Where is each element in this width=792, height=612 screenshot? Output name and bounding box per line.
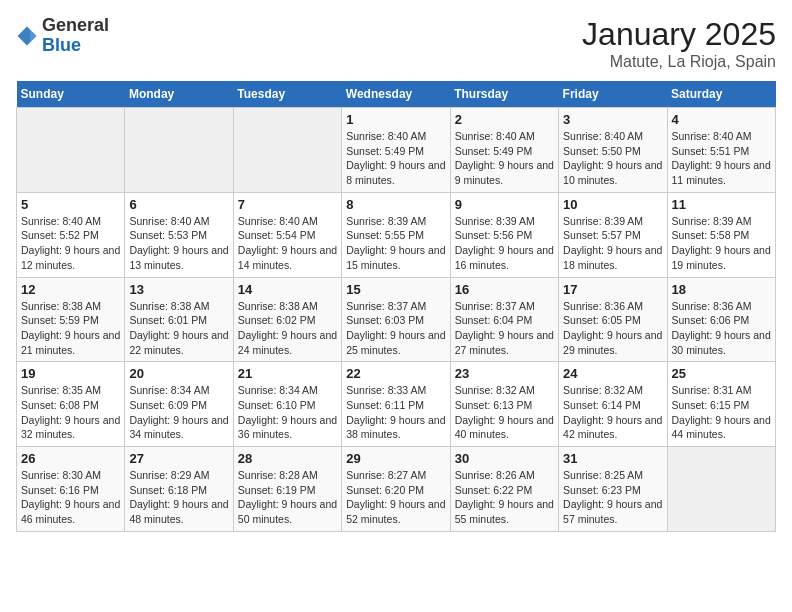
day-info: Sunrise: 8:25 AM Sunset: 6:23 PM Dayligh… xyxy=(563,468,662,527)
calendar-cell: 25Sunrise: 8:31 AM Sunset: 6:15 PM Dayli… xyxy=(667,362,775,447)
day-number: 29 xyxy=(346,451,445,466)
day-number: 28 xyxy=(238,451,337,466)
day-number: 6 xyxy=(129,197,228,212)
day-number: 26 xyxy=(21,451,120,466)
day-info: Sunrise: 8:28 AM Sunset: 6:19 PM Dayligh… xyxy=(238,468,337,527)
day-info: Sunrise: 8:40 AM Sunset: 5:51 PM Dayligh… xyxy=(672,129,771,188)
day-info: Sunrise: 8:35 AM Sunset: 6:08 PM Dayligh… xyxy=(21,383,120,442)
day-number: 31 xyxy=(563,451,662,466)
calendar-cell: 12Sunrise: 8:38 AM Sunset: 5:59 PM Dayli… xyxy=(17,277,125,362)
day-info: Sunrise: 8:26 AM Sunset: 6:22 PM Dayligh… xyxy=(455,468,554,527)
day-info: Sunrise: 8:39 AM Sunset: 5:57 PM Dayligh… xyxy=(563,214,662,273)
calendar-week-1: 1Sunrise: 8:40 AM Sunset: 5:49 PM Daylig… xyxy=(17,108,776,193)
calendar-cell: 9Sunrise: 8:39 AM Sunset: 5:56 PM Daylig… xyxy=(450,192,558,277)
weekday-header-friday: Friday xyxy=(559,81,667,108)
calendar-cell: 27Sunrise: 8:29 AM Sunset: 6:18 PM Dayli… xyxy=(125,447,233,532)
weekday-header-thursday: Thursday xyxy=(450,81,558,108)
day-info: Sunrise: 8:38 AM Sunset: 6:01 PM Dayligh… xyxy=(129,299,228,358)
day-info: Sunrise: 8:40 AM Sunset: 5:49 PM Dayligh… xyxy=(346,129,445,188)
day-number: 8 xyxy=(346,197,445,212)
day-info: Sunrise: 8:29 AM Sunset: 6:18 PM Dayligh… xyxy=(129,468,228,527)
logo: General Blue xyxy=(16,16,109,56)
day-number: 25 xyxy=(672,366,771,381)
day-number: 2 xyxy=(455,112,554,127)
calendar-cell: 22Sunrise: 8:33 AM Sunset: 6:11 PM Dayli… xyxy=(342,362,450,447)
day-number: 24 xyxy=(563,366,662,381)
day-number: 22 xyxy=(346,366,445,381)
day-info: Sunrise: 8:30 AM Sunset: 6:16 PM Dayligh… xyxy=(21,468,120,527)
calendar-cell: 8Sunrise: 8:39 AM Sunset: 5:55 PM Daylig… xyxy=(342,192,450,277)
calendar-cell: 14Sunrise: 8:38 AM Sunset: 6:02 PM Dayli… xyxy=(233,277,341,362)
day-info: Sunrise: 8:33 AM Sunset: 6:11 PM Dayligh… xyxy=(346,383,445,442)
calendar-cell: 23Sunrise: 8:32 AM Sunset: 6:13 PM Dayli… xyxy=(450,362,558,447)
calendar-cell: 4Sunrise: 8:40 AM Sunset: 5:51 PM Daylig… xyxy=(667,108,775,193)
calendar-cell: 21Sunrise: 8:34 AM Sunset: 6:10 PM Dayli… xyxy=(233,362,341,447)
calendar-cell: 6Sunrise: 8:40 AM Sunset: 5:53 PM Daylig… xyxy=(125,192,233,277)
calendar-week-2: 5Sunrise: 8:40 AM Sunset: 5:52 PM Daylig… xyxy=(17,192,776,277)
day-number: 5 xyxy=(21,197,120,212)
day-info: Sunrise: 8:40 AM Sunset: 5:54 PM Dayligh… xyxy=(238,214,337,273)
weekday-header-sunday: Sunday xyxy=(17,81,125,108)
calendar-cell: 15Sunrise: 8:37 AM Sunset: 6:03 PM Dayli… xyxy=(342,277,450,362)
day-info: Sunrise: 8:32 AM Sunset: 6:13 PM Dayligh… xyxy=(455,383,554,442)
day-info: Sunrise: 8:40 AM Sunset: 5:53 PM Dayligh… xyxy=(129,214,228,273)
calendar-cell: 30Sunrise: 8:26 AM Sunset: 6:22 PM Dayli… xyxy=(450,447,558,532)
calendar-cell xyxy=(667,447,775,532)
day-info: Sunrise: 8:38 AM Sunset: 6:02 PM Dayligh… xyxy=(238,299,337,358)
day-info: Sunrise: 8:34 AM Sunset: 6:10 PM Dayligh… xyxy=(238,383,337,442)
calendar-cell: 26Sunrise: 8:30 AM Sunset: 6:16 PM Dayli… xyxy=(17,447,125,532)
day-info: Sunrise: 8:37 AM Sunset: 6:03 PM Dayligh… xyxy=(346,299,445,358)
day-number: 17 xyxy=(563,282,662,297)
calendar-cell: 20Sunrise: 8:34 AM Sunset: 6:09 PM Dayli… xyxy=(125,362,233,447)
day-number: 21 xyxy=(238,366,337,381)
day-info: Sunrise: 8:40 AM Sunset: 5:49 PM Dayligh… xyxy=(455,129,554,188)
day-info: Sunrise: 8:36 AM Sunset: 6:05 PM Dayligh… xyxy=(563,299,662,358)
day-info: Sunrise: 8:38 AM Sunset: 5:59 PM Dayligh… xyxy=(21,299,120,358)
svg-marker-1 xyxy=(30,30,36,43)
calendar-cell: 16Sunrise: 8:37 AM Sunset: 6:04 PM Dayli… xyxy=(450,277,558,362)
weekday-header-tuesday: Tuesday xyxy=(233,81,341,108)
day-info: Sunrise: 8:40 AM Sunset: 5:52 PM Dayligh… xyxy=(21,214,120,273)
calendar-cell: 19Sunrise: 8:35 AM Sunset: 6:08 PM Dayli… xyxy=(17,362,125,447)
day-number: 10 xyxy=(563,197,662,212)
day-info: Sunrise: 8:31 AM Sunset: 6:15 PM Dayligh… xyxy=(672,383,771,442)
calendar-cell: 24Sunrise: 8:32 AM Sunset: 6:14 PM Dayli… xyxy=(559,362,667,447)
calendar-cell: 1Sunrise: 8:40 AM Sunset: 5:49 PM Daylig… xyxy=(342,108,450,193)
weekday-header-wednesday: Wednesday xyxy=(342,81,450,108)
calendar-cell: 3Sunrise: 8:40 AM Sunset: 5:50 PM Daylig… xyxy=(559,108,667,193)
day-info: Sunrise: 8:40 AM Sunset: 5:50 PM Dayligh… xyxy=(563,129,662,188)
day-number: 4 xyxy=(672,112,771,127)
calendar-cell: 13Sunrise: 8:38 AM Sunset: 6:01 PM Dayli… xyxy=(125,277,233,362)
day-number: 3 xyxy=(563,112,662,127)
day-number: 14 xyxy=(238,282,337,297)
logo-general-text: General xyxy=(42,15,109,35)
weekday-header-monday: Monday xyxy=(125,81,233,108)
calendar-cell: 18Sunrise: 8:36 AM Sunset: 6:06 PM Dayli… xyxy=(667,277,775,362)
calendar-cell: 2Sunrise: 8:40 AM Sunset: 5:49 PM Daylig… xyxy=(450,108,558,193)
day-number: 18 xyxy=(672,282,771,297)
day-number: 27 xyxy=(129,451,228,466)
day-number: 16 xyxy=(455,282,554,297)
calendar-cell: 28Sunrise: 8:28 AM Sunset: 6:19 PM Dayli… xyxy=(233,447,341,532)
calendar-cell: 17Sunrise: 8:36 AM Sunset: 6:05 PM Dayli… xyxy=(559,277,667,362)
calendar-cell: 10Sunrise: 8:39 AM Sunset: 5:57 PM Dayli… xyxy=(559,192,667,277)
day-number: 7 xyxy=(238,197,337,212)
day-number: 23 xyxy=(455,366,554,381)
logo-icon xyxy=(16,25,38,47)
calendar-cell: 11Sunrise: 8:39 AM Sunset: 5:58 PM Dayli… xyxy=(667,192,775,277)
day-number: 12 xyxy=(21,282,120,297)
day-info: Sunrise: 8:39 AM Sunset: 5:56 PM Dayligh… xyxy=(455,214,554,273)
location-title: Matute, La Rioja, Spain xyxy=(582,53,776,71)
day-number: 20 xyxy=(129,366,228,381)
weekday-header-saturday: Saturday xyxy=(667,81,775,108)
page-header: General Blue January 2025 Matute, La Rio… xyxy=(16,16,776,71)
day-info: Sunrise: 8:39 AM Sunset: 5:58 PM Dayligh… xyxy=(672,214,771,273)
weekday-header-row: SundayMondayTuesdayWednesdayThursdayFrid… xyxy=(17,81,776,108)
calendar-cell: 29Sunrise: 8:27 AM Sunset: 6:20 PM Dayli… xyxy=(342,447,450,532)
day-number: 13 xyxy=(129,282,228,297)
day-number: 9 xyxy=(455,197,554,212)
day-number: 1 xyxy=(346,112,445,127)
day-number: 19 xyxy=(21,366,120,381)
day-info: Sunrise: 8:32 AM Sunset: 6:14 PM Dayligh… xyxy=(563,383,662,442)
calendar-week-5: 26Sunrise: 8:30 AM Sunset: 6:16 PM Dayli… xyxy=(17,447,776,532)
